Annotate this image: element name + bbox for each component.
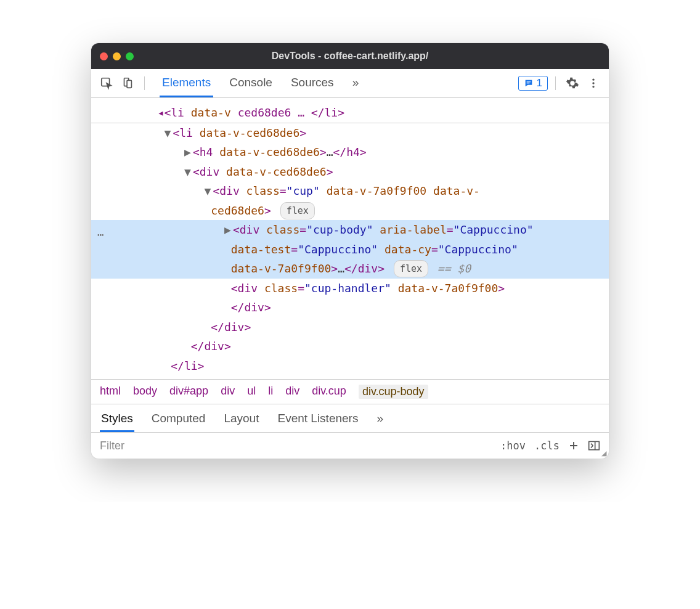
flex-badge[interactable]: flex — [394, 260, 428, 277]
crumb-cup[interactable]: div.cup — [312, 385, 346, 399]
crumb-app[interactable]: div#app — [169, 385, 208, 399]
tree-row-div-close[interactable]: </div> — [91, 337, 609, 356]
gear-icon[interactable] — [563, 74, 582, 92]
tab-console[interactable]: Console — [227, 70, 275, 97]
cls-toggle[interactable]: .cls — [534, 439, 560, 452]
svg-point-6 — [592, 82, 594, 84]
panel-tabs: Elements Console Sources » — [160, 70, 516, 97]
main-toolbar: Elements Console Sources » 1 — [91, 69, 609, 98]
fullscreen-icon[interactable] — [126, 52, 134, 60]
tabs-overflow[interactable]: » — [350, 70, 362, 97]
breadcrumb: html body div#app div ul li div div.cup … — [91, 379, 609, 404]
tree-row-div-open[interactable]: ▼<div data-v-ced68de6> — [91, 162, 609, 182]
selected-element[interactable]: ⋯ ▶<div class="cup-body" aria-label="Cap… — [91, 220, 609, 279]
devtools-window: DevTools - coffee-cart.netlify.app/ Elem… — [91, 43, 609, 459]
svg-rect-8 — [589, 441, 600, 449]
hov-toggle[interactable]: :hov — [500, 439, 526, 452]
minimize-icon[interactable] — [113, 52, 121, 60]
side-panel-icon[interactable] — [588, 440, 600, 451]
svg-rect-2 — [127, 80, 131, 88]
svg-rect-3 — [526, 81, 531, 82]
titlebar: DevTools - coffee-cart.netlify.app/ — [91, 43, 609, 69]
console-ref: == $0 — [437, 262, 471, 275]
tree-row-h4[interactable]: ▶<h4 data-v-ced68de6>…</h4> — [91, 142, 609, 162]
tree-row-cup-close[interactable]: </div> — [91, 317, 609, 337]
crumb-div[interactable]: div — [221, 385, 235, 399]
chat-icon — [524, 78, 534, 88]
crumb-div2[interactable]: div — [285, 385, 299, 399]
resize-icon[interactable]: ◢ — [601, 449, 606, 457]
dom-tree[interactable]: ◂<li data-v ced68de6 … </li> ▼<li data-v… — [91, 98, 609, 379]
crumb-ul[interactable]: ul — [247, 385, 256, 399]
tab-layout[interactable]: Layout — [222, 407, 260, 432]
tree-row-li-close[interactable]: </li> — [91, 356, 609, 376]
flex-badge[interactable]: flex — [280, 202, 315, 219]
tab-elements[interactable]: Elements — [160, 70, 213, 97]
svg-point-5 — [592, 79, 594, 81]
truncated-row: ◂<li data-v ced68de6 … </li> — [91, 100, 609, 123]
close-icon[interactable] — [100, 52, 108, 60]
separator — [144, 76, 145, 90]
window-title: DevTools - coffee-cart.netlify.app/ — [91, 51, 609, 62]
add-rule-icon[interactable] — [568, 440, 579, 451]
ellipsis-icon[interactable]: ⋯ — [97, 225, 105, 245]
styles-tools: :hov .cls — [492, 439, 609, 452]
tab-styles[interactable]: Styles — [100, 407, 134, 432]
tree-row-cup-open[interactable]: ▼<div class="cup" data-v-7a0f9f00 data-v… — [91, 181, 609, 201]
crumb-li[interactable]: li — [268, 385, 273, 399]
styles-tabs: Styles Computed Layout Event Listeners » — [91, 404, 609, 432]
kebab-icon[interactable] — [584, 74, 603, 92]
issues-badge[interactable]: 1 — [518, 76, 548, 91]
tree-row-handler-close[interactable]: </div> — [91, 298, 609, 317]
inspect-icon[interactable] — [97, 74, 116, 92]
filter-input[interactable] — [91, 439, 492, 452]
tab-computed[interactable]: Computed — [150, 407, 207, 432]
filter-bar: :hov .cls ◢ — [91, 432, 609, 459]
tree-row-li-open[interactable]: ▼<li data-v-ced68de6> — [91, 123, 609, 143]
traffic-lights — [100, 52, 134, 60]
crumb-body[interactable]: body — [133, 385, 157, 399]
tab-event-listeners[interactable]: Event Listeners — [276, 407, 359, 432]
tree-row-cup-open2[interactable]: ced68de6> flex — [91, 201, 609, 221]
separator — [555, 76, 556, 90]
tab-overflow[interactable]: » — [375, 407, 385, 432]
device-icon[interactable] — [118, 74, 137, 92]
tree-row-handler[interactable]: <div class="cup-handler" data-v-7a0f9f00… — [91, 279, 609, 298]
svg-point-7 — [592, 86, 594, 88]
crumb-cup-body[interactable]: div.cup-body — [359, 385, 428, 399]
tab-sources[interactable]: Sources — [288, 70, 336, 97]
svg-rect-4 — [526, 83, 529, 83]
issues-count: 1 — [537, 77, 542, 89]
crumb-html[interactable]: html — [100, 385, 121, 399]
